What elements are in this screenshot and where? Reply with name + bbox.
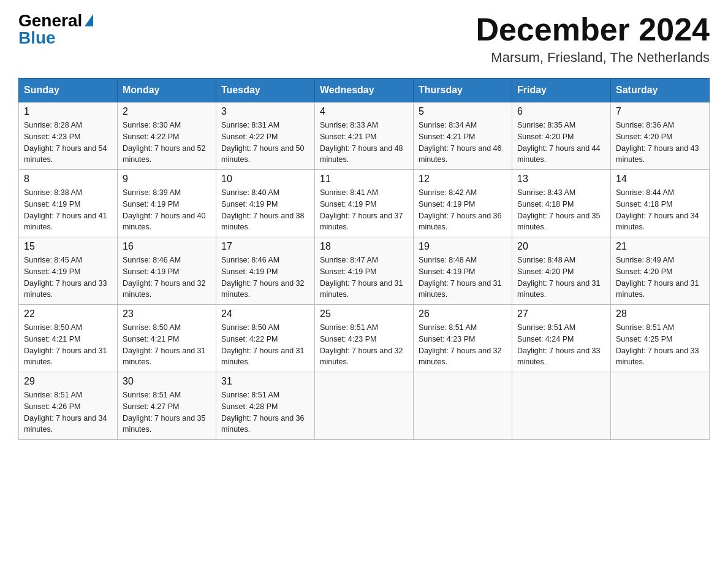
day-number: 22 xyxy=(24,308,112,320)
day-info: Sunrise: 8:28 AMSunset: 4:23 PMDaylight:… xyxy=(24,120,112,166)
calendar-cell: 14Sunrise: 8:44 AMSunset: 4:18 PMDayligh… xyxy=(611,170,710,237)
calendar-cell xyxy=(512,372,611,440)
day-number: 31 xyxy=(221,376,309,387)
calendar-cell: 2Sunrise: 8:30 AMSunset: 4:22 PMDaylight… xyxy=(118,102,216,170)
week-row-3: 15Sunrise: 8:45 AMSunset: 4:19 PMDayligh… xyxy=(19,237,710,305)
day-number: 24 xyxy=(221,308,309,320)
calendar-table: SundayMondayTuesdayWednesdayThursdayFrid… xyxy=(18,78,710,440)
calendar-cell: 27Sunrise: 8:51 AMSunset: 4:24 PMDayligh… xyxy=(512,305,611,372)
day-number: 26 xyxy=(419,308,507,320)
day-number: 27 xyxy=(517,308,605,320)
day-number: 19 xyxy=(419,241,507,252)
day-info: Sunrise: 8:51 AMSunset: 4:25 PMDaylight:… xyxy=(616,322,704,368)
calendar-cell: 18Sunrise: 8:47 AMSunset: 4:19 PMDayligh… xyxy=(315,237,414,305)
day-number: 23 xyxy=(123,308,211,320)
calendar-cell: 8Sunrise: 8:38 AMSunset: 4:19 PMDaylight… xyxy=(19,170,118,237)
calendar-cell: 26Sunrise: 8:51 AMSunset: 4:23 PMDayligh… xyxy=(414,305,512,372)
day-info: Sunrise: 8:45 AMSunset: 4:19 PMDaylight:… xyxy=(24,255,112,301)
calendar-cell: 24Sunrise: 8:50 AMSunset: 4:22 PMDayligh… xyxy=(216,305,315,372)
logo-general-text: General xyxy=(18,12,93,29)
week-row-2: 8Sunrise: 8:38 AMSunset: 4:19 PMDaylight… xyxy=(19,170,710,237)
day-number: 2 xyxy=(123,106,211,117)
day-info: Sunrise: 8:48 AMSunset: 4:20 PMDaylight:… xyxy=(517,255,605,301)
day-number: 5 xyxy=(419,106,507,117)
day-number: 7 xyxy=(616,106,704,117)
logo-triangle-icon xyxy=(85,14,93,26)
day-number: 25 xyxy=(320,308,408,320)
day-number: 29 xyxy=(24,376,112,387)
day-info: Sunrise: 8:38 AMSunset: 4:19 PMDaylight:… xyxy=(24,187,112,233)
day-number: 14 xyxy=(616,174,704,185)
day-info: Sunrise: 8:39 AMSunset: 4:19 PMDaylight:… xyxy=(123,187,211,233)
day-info: Sunrise: 8:35 AMSunset: 4:20 PMDaylight:… xyxy=(517,120,605,166)
day-number: 18 xyxy=(320,241,408,252)
day-info: Sunrise: 8:51 AMSunset: 4:24 PMDaylight:… xyxy=(517,322,605,368)
calendar-cell: 17Sunrise: 8:46 AMSunset: 4:19 PMDayligh… xyxy=(216,237,315,305)
calendar-cell xyxy=(315,372,414,440)
day-number: 10 xyxy=(221,174,309,185)
day-info: Sunrise: 8:51 AMSunset: 4:23 PMDaylight:… xyxy=(320,322,408,368)
day-info: Sunrise: 8:51 AMSunset: 4:28 PMDaylight:… xyxy=(221,389,309,435)
day-info: Sunrise: 8:51 AMSunset: 4:23 PMDaylight:… xyxy=(419,322,507,368)
day-info: Sunrise: 8:51 AMSunset: 4:26 PMDaylight:… xyxy=(24,389,112,435)
calendar-cell: 11Sunrise: 8:41 AMSunset: 4:19 PMDayligh… xyxy=(315,170,414,237)
day-info: Sunrise: 8:41 AMSunset: 4:19 PMDaylight:… xyxy=(320,187,408,233)
day-number: 11 xyxy=(320,174,408,185)
day-info: Sunrise: 8:31 AMSunset: 4:22 PMDaylight:… xyxy=(221,120,309,166)
calendar-cell: 22Sunrise: 8:50 AMSunset: 4:21 PMDayligh… xyxy=(19,305,118,372)
day-number: 13 xyxy=(517,174,605,185)
weekday-header-wednesday: Wednesday xyxy=(315,79,414,102)
day-info: Sunrise: 8:34 AMSunset: 4:21 PMDaylight:… xyxy=(419,120,507,166)
calendar-cell: 30Sunrise: 8:51 AMSunset: 4:27 PMDayligh… xyxy=(118,372,216,440)
weekday-header-thursday: Thursday xyxy=(414,79,512,102)
weekday-header-friday: Friday xyxy=(512,79,611,102)
day-info: Sunrise: 8:50 AMSunset: 4:21 PMDaylight:… xyxy=(24,322,112,368)
day-number: 3 xyxy=(221,106,309,117)
calendar-cell: 3Sunrise: 8:31 AMSunset: 4:22 PMDaylight… xyxy=(216,102,315,170)
calendar-cell: 28Sunrise: 8:51 AMSunset: 4:25 PMDayligh… xyxy=(611,305,710,372)
day-number: 1 xyxy=(24,106,112,117)
day-info: Sunrise: 8:44 AMSunset: 4:18 PMDaylight:… xyxy=(616,187,704,233)
logo: General Blue xyxy=(18,12,93,47)
calendar-cell: 6Sunrise: 8:35 AMSunset: 4:20 PMDaylight… xyxy=(512,102,611,170)
weekday-header-monday: Monday xyxy=(118,79,216,102)
weekday-header-tuesday: Tuesday xyxy=(216,79,315,102)
day-info: Sunrise: 8:40 AMSunset: 4:19 PMDaylight:… xyxy=(221,187,309,233)
day-info: Sunrise: 8:43 AMSunset: 4:18 PMDaylight:… xyxy=(517,187,605,233)
calendar-cell xyxy=(611,372,710,440)
calendar-cell: 25Sunrise: 8:51 AMSunset: 4:23 PMDayligh… xyxy=(315,305,414,372)
calendar-cell: 23Sunrise: 8:50 AMSunset: 4:21 PMDayligh… xyxy=(118,305,216,372)
calendar-cell: 12Sunrise: 8:42 AMSunset: 4:19 PMDayligh… xyxy=(414,170,512,237)
day-info: Sunrise: 8:48 AMSunset: 4:19 PMDaylight:… xyxy=(419,255,507,301)
day-number: 20 xyxy=(517,241,605,252)
calendar-cell: 19Sunrise: 8:48 AMSunset: 4:19 PMDayligh… xyxy=(414,237,512,305)
day-number: 9 xyxy=(123,174,211,185)
day-number: 6 xyxy=(517,106,605,117)
calendar-cell: 16Sunrise: 8:46 AMSunset: 4:19 PMDayligh… xyxy=(118,237,216,305)
day-number: 12 xyxy=(419,174,507,185)
day-info: Sunrise: 8:46 AMSunset: 4:19 PMDaylight:… xyxy=(221,255,309,301)
day-number: 15 xyxy=(24,241,112,252)
day-number: 4 xyxy=(320,106,408,117)
day-number: 8 xyxy=(24,174,112,185)
day-info: Sunrise: 8:47 AMSunset: 4:19 PMDaylight:… xyxy=(320,255,408,301)
calendar-cell: 10Sunrise: 8:40 AMSunset: 4:19 PMDayligh… xyxy=(216,170,315,237)
day-number: 21 xyxy=(616,241,704,252)
week-row-4: 22Sunrise: 8:50 AMSunset: 4:21 PMDayligh… xyxy=(19,305,710,372)
calendar-cell: 20Sunrise: 8:48 AMSunset: 4:20 PMDayligh… xyxy=(512,237,611,305)
title-area: December 2024 Marsum, Friesland, The Net… xyxy=(476,12,710,66)
day-info: Sunrise: 8:46 AMSunset: 4:19 PMDaylight:… xyxy=(123,255,211,301)
calendar-cell: 21Sunrise: 8:49 AMSunset: 4:20 PMDayligh… xyxy=(611,237,710,305)
calendar-cell: 13Sunrise: 8:43 AMSunset: 4:18 PMDayligh… xyxy=(512,170,611,237)
month-title: December 2024 xyxy=(476,12,710,47)
weekday-header-sunday: Sunday xyxy=(19,79,118,102)
calendar-cell: 29Sunrise: 8:51 AMSunset: 4:26 PMDayligh… xyxy=(19,372,118,440)
calendar-cell: 9Sunrise: 8:39 AMSunset: 4:19 PMDaylight… xyxy=(118,170,216,237)
day-info: Sunrise: 8:36 AMSunset: 4:20 PMDaylight:… xyxy=(616,120,704,166)
day-info: Sunrise: 8:30 AMSunset: 4:22 PMDaylight:… xyxy=(123,120,211,166)
calendar-cell: 15Sunrise: 8:45 AMSunset: 4:19 PMDayligh… xyxy=(19,237,118,305)
calendar-cell: 1Sunrise: 8:28 AMSunset: 4:23 PMDaylight… xyxy=(19,102,118,170)
day-info: Sunrise: 8:50 AMSunset: 4:21 PMDaylight:… xyxy=(123,322,211,368)
calendar-cell: 4Sunrise: 8:33 AMSunset: 4:21 PMDaylight… xyxy=(315,102,414,170)
day-info: Sunrise: 8:33 AMSunset: 4:21 PMDaylight:… xyxy=(320,120,408,166)
